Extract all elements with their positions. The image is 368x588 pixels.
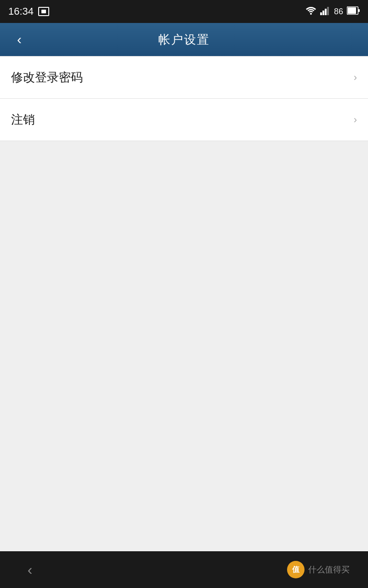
status-time: 16:34 — [8, 6, 34, 17]
menu-item-label-change-password: 修改登录密码 — [11, 69, 83, 85]
chevron-right-icon-change-password: › — [354, 72, 357, 84]
svg-rect-6 — [348, 7, 356, 14]
svg-rect-7 — [358, 9, 360, 12]
menu-item-change-password[interactable]: 修改登录密码 › — [0, 56, 368, 99]
battery-icon — [347, 6, 360, 17]
svg-rect-2 — [322, 11, 324, 15]
signal-icon — [320, 6, 330, 17]
wifi-icon — [305, 6, 316, 17]
logo-text: 什么值得买 — [308, 564, 350, 575]
empty-area — [0, 141, 368, 551]
menu-item-label-logout: 注销 — [11, 112, 35, 128]
bottom-logo[interactable]: 值 什么值得买 — [287, 561, 350, 578]
menu-list: 修改登录密码 › 注销 › — [0, 56, 368, 141]
content-area: 修改登录密码 › 注销 › — [0, 56, 368, 551]
battery-level: 86 — [334, 7, 343, 17]
back-chevron-icon: ‹ — [17, 33, 22, 46]
bottom-nav: ‹ 值 什么值得买 — [0, 551, 368, 588]
bottom-back-button[interactable]: ‹ — [18, 558, 41, 581]
status-bar-left: 16:34 — [8, 6, 49, 17]
bottom-back-icon: ‹ — [28, 561, 33, 578]
back-button[interactable]: ‹ — [9, 29, 29, 50]
status-bar: 16:34 86 — [0, 0, 368, 23]
chevron-right-icon-logout: › — [354, 114, 357, 126]
svg-point-0 — [310, 13, 312, 15]
logo-icon: 值 — [287, 561, 305, 578]
image-icon — [38, 7, 49, 16]
nav-bar: ‹ 帐户设置 — [0, 23, 368, 56]
svg-rect-1 — [320, 12, 322, 15]
svg-rect-4 — [327, 7, 329, 15]
status-bar-right: 86 — [305, 6, 360, 17]
menu-item-logout[interactable]: 注销 › — [0, 99, 368, 141]
page-title: 帐户设置 — [158, 32, 210, 48]
svg-rect-3 — [325, 9, 327, 15]
